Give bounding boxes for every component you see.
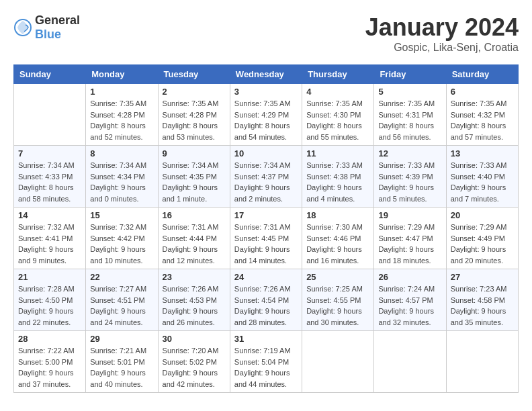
day-number: 14 (18, 210, 81, 220)
day-info: Sunrise: 7:21 AMSunset: 5:01 PMDaylight:… (90, 345, 153, 390)
day-number: 18 (306, 210, 369, 220)
calendar-cell (374, 331, 446, 393)
day-number: 26 (378, 272, 441, 282)
day-info: Sunrise: 7:33 AMSunset: 4:39 PMDaylight:… (378, 160, 441, 204)
day-info: Sunrise: 7:26 AMSunset: 4:54 PMDaylight:… (234, 283, 298, 328)
day-info: Sunrise: 7:30 AMSunset: 4:46 PMDaylight:… (306, 222, 369, 266)
calendar-cell: 31Sunrise: 7:19 AMSunset: 5:04 PMDayligh… (230, 331, 302, 393)
calendar-cell (14, 84, 86, 146)
day-number: 11 (306, 148, 369, 158)
day-number: 23 (163, 272, 226, 282)
day-number: 28 (18, 334, 81, 344)
day-number: 31 (234, 334, 298, 344)
day-number: 24 (234, 272, 298, 282)
calendar-table: SundayMondayTuesdayWednesdayThursdayFrid… (13, 64, 519, 393)
calendar-cell: 19Sunrise: 7:29 AMSunset: 4:47 PMDayligh… (374, 208, 446, 269)
day-number: 25 (306, 272, 369, 282)
weekday-header: Sunday (14, 65, 86, 84)
calendar-cell: 26Sunrise: 7:24 AMSunset: 4:57 PMDayligh… (374, 269, 446, 331)
day-info: Sunrise: 7:31 AMSunset: 4:44 PMDaylight:… (163, 222, 226, 266)
calendar-cell: 4Sunrise: 7:35 AMSunset: 4:30 PMDaylight… (302, 84, 374, 146)
calendar-week-row: 1Sunrise: 7:35 AMSunset: 4:28 PMDaylight… (14, 84, 519, 146)
weekday-header: Saturday (446, 65, 518, 84)
day-info: Sunrise: 7:35 AMSunset: 4:31 PMDaylight:… (378, 98, 441, 142)
calendar-week-row: 14Sunrise: 7:32 AMSunset: 4:41 PMDayligh… (14, 208, 519, 269)
day-info: Sunrise: 7:28 AMSunset: 4:50 PMDaylight:… (18, 283, 81, 328)
calendar-cell: 23Sunrise: 7:26 AMSunset: 4:53 PMDayligh… (158, 269, 230, 331)
day-number: 29 (90, 334, 153, 344)
day-number: 9 (163, 148, 226, 158)
calendar-cell: 18Sunrise: 7:30 AMSunset: 4:46 PMDayligh… (302, 208, 374, 269)
calendar-cell: 6Sunrise: 7:35 AMSunset: 4:32 PMDaylight… (446, 84, 518, 146)
calendar-title: January 2024 (365, 13, 519, 42)
day-info: Sunrise: 7:33 AMSunset: 4:38 PMDaylight:… (306, 160, 369, 204)
calendar-cell: 1Sunrise: 7:35 AMSunset: 4:28 PMDaylight… (86, 84, 158, 146)
calendar-cell: 22Sunrise: 7:27 AMSunset: 4:51 PMDayligh… (86, 269, 158, 331)
day-number: 27 (451, 272, 514, 282)
day-number: 30 (163, 334, 226, 344)
calendar-cell: 10Sunrise: 7:34 AMSunset: 4:37 PMDayligh… (230, 146, 302, 208)
day-number: 1 (90, 87, 153, 97)
day-info: Sunrise: 7:34 AMSunset: 4:35 PMDaylight:… (163, 160, 226, 204)
calendar-cell: 12Sunrise: 7:33 AMSunset: 4:39 PMDayligh… (374, 146, 446, 208)
calendar-cell: 28Sunrise: 7:22 AMSunset: 5:00 PMDayligh… (14, 331, 86, 393)
weekday-header: Wednesday (230, 65, 302, 84)
weekday-header: Monday (86, 65, 158, 84)
day-number: 2 (163, 87, 226, 97)
day-info: Sunrise: 7:35 AMSunset: 4:28 PMDaylight:… (90, 98, 153, 142)
calendar-cell: 5Sunrise: 7:35 AMSunset: 4:31 PMDaylight… (374, 84, 446, 146)
day-info: Sunrise: 7:25 AMSunset: 4:55 PMDaylight:… (306, 283, 369, 328)
logo-general: General (35, 13, 80, 27)
calendar-cell: 29Sunrise: 7:21 AMSunset: 5:01 PMDayligh… (86, 331, 158, 393)
logo-icon (13, 18, 32, 37)
day-number: 4 (306, 87, 369, 97)
day-info: Sunrise: 7:35 AMSunset: 4:29 PMDaylight:… (234, 98, 298, 142)
day-number: 21 (18, 272, 81, 282)
day-number: 7 (18, 148, 81, 158)
day-number: 12 (378, 148, 441, 158)
calendar-cell: 7Sunrise: 7:34 AMSunset: 4:33 PMDaylight… (14, 146, 86, 208)
day-info: Sunrise: 7:23 AMSunset: 4:58 PMDaylight:… (451, 283, 514, 328)
title-block: January 2024 Gospic, Lika-Senj, Croatia (365, 13, 519, 54)
calendar-cell (446, 331, 518, 393)
calendar-cell: 8Sunrise: 7:34 AMSunset: 4:34 PMDaylight… (86, 146, 158, 208)
calendar-week-row: 7Sunrise: 7:34 AMSunset: 4:33 PMDaylight… (14, 146, 519, 208)
day-info: Sunrise: 7:29 AMSunset: 4:49 PMDaylight:… (451, 222, 514, 266)
day-info: Sunrise: 7:29 AMSunset: 4:47 PMDaylight:… (378, 222, 441, 266)
day-info: Sunrise: 7:34 AMSunset: 4:33 PMDaylight:… (18, 160, 81, 204)
weekday-header: Friday (374, 65, 446, 84)
day-info: Sunrise: 7:27 AMSunset: 4:51 PMDaylight:… (90, 283, 153, 328)
day-number: 16 (163, 210, 226, 220)
day-info: Sunrise: 7:20 AMSunset: 5:02 PMDaylight:… (163, 345, 226, 390)
day-info: Sunrise: 7:35 AMSunset: 4:30 PMDaylight:… (306, 98, 369, 142)
calendar-cell: 30Sunrise: 7:20 AMSunset: 5:02 PMDayligh… (158, 331, 230, 393)
day-info: Sunrise: 7:19 AMSunset: 5:04 PMDaylight:… (234, 345, 298, 390)
day-info: Sunrise: 7:35 AMSunset: 4:32 PMDaylight:… (451, 98, 514, 142)
calendar-cell: 15Sunrise: 7:32 AMSunset: 4:42 PMDayligh… (86, 208, 158, 269)
calendar-cell: 27Sunrise: 7:23 AMSunset: 4:58 PMDayligh… (446, 269, 518, 331)
day-number: 10 (234, 148, 298, 158)
day-number: 15 (90, 210, 153, 220)
logo-text: General Blue (35, 13, 80, 42)
calendar-location: Gospic, Lika-Senj, Croatia (365, 42, 519, 54)
calendar-header-row: SundayMondayTuesdayWednesdayThursdayFrid… (14, 65, 519, 84)
day-info: Sunrise: 7:31 AMSunset: 4:45 PMDaylight:… (234, 222, 298, 266)
day-info: Sunrise: 7:24 AMSunset: 4:57 PMDaylight:… (378, 283, 441, 328)
calendar-cell: 21Sunrise: 7:28 AMSunset: 4:50 PMDayligh… (14, 269, 86, 331)
day-number: 20 (451, 210, 514, 220)
calendar-cell: 3Sunrise: 7:35 AMSunset: 4:29 PMDaylight… (230, 84, 302, 146)
calendar-cell: 24Sunrise: 7:26 AMSunset: 4:54 PMDayligh… (230, 269, 302, 331)
day-info: Sunrise: 7:26 AMSunset: 4:53 PMDaylight:… (163, 283, 226, 328)
calendar-cell: 25Sunrise: 7:25 AMSunset: 4:55 PMDayligh… (302, 269, 374, 331)
day-info: Sunrise: 7:32 AMSunset: 4:42 PMDaylight:… (90, 222, 153, 266)
weekday-header: Tuesday (158, 65, 230, 84)
day-number: 19 (378, 210, 441, 220)
calendar-cell: 20Sunrise: 7:29 AMSunset: 4:49 PMDayligh… (446, 208, 518, 269)
day-info: Sunrise: 7:32 AMSunset: 4:41 PMDaylight:… (18, 222, 81, 266)
day-info: Sunrise: 7:33 AMSunset: 4:40 PMDaylight:… (451, 160, 514, 204)
calendar-week-row: 28Sunrise: 7:22 AMSunset: 5:00 PMDayligh… (14, 331, 519, 393)
weekday-header: Thursday (302, 65, 374, 84)
day-info: Sunrise: 7:22 AMSunset: 5:00 PMDaylight:… (18, 345, 81, 390)
day-info: Sunrise: 7:34 AMSunset: 4:34 PMDaylight:… (90, 160, 153, 204)
calendar-cell: 14Sunrise: 7:32 AMSunset: 4:41 PMDayligh… (14, 208, 86, 269)
